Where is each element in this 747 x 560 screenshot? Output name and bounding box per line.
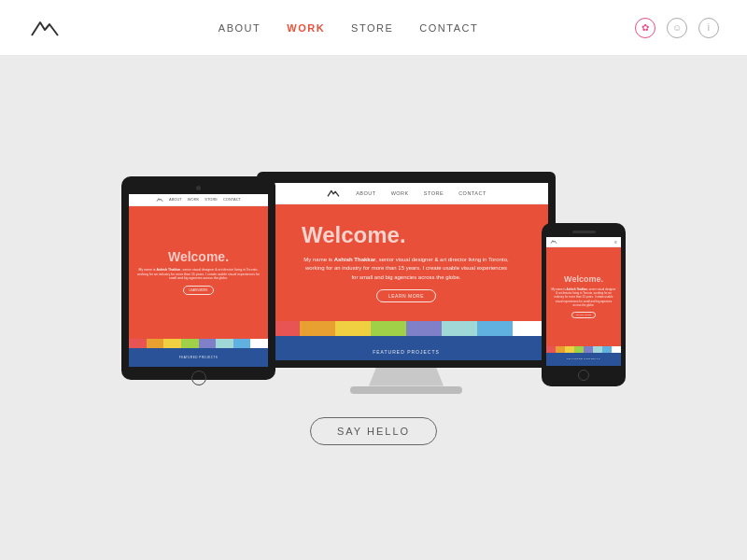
logo[interactable] (28, 15, 62, 41)
monitor-learn-more[interactable]: LEARN MORE (376, 289, 436, 302)
tablet-color-bars (129, 339, 268, 348)
monitor-screen-logo (326, 188, 341, 199)
phone-footer-label: FEATURED PROJECTS (567, 357, 600, 360)
say-hello-button[interactable]: SAY HELLO (310, 417, 437, 445)
monitor-device: ABOUT WORK STORE CONTACT Welcome. My nam… (257, 172, 556, 394)
tablet-screen-nav: ABOUTWORKSTORECONTACT (129, 194, 268, 206)
phone-body: ≡ Welcome. My name is Ashish Thakkar, se… (542, 223, 626, 386)
tablet-learn-more[interactable]: LEARN MORE (183, 286, 215, 295)
phone-screen-logo (550, 239, 557, 245)
dribbble-icon[interactable]: ✿ (635, 18, 655, 38)
monitor-base (350, 386, 462, 394)
monitor-body: ABOUT WORK STORE CONTACT Welcome. My nam… (257, 172, 556, 368)
phone-speaker (572, 231, 596, 233)
monitor-screen-nav: ABOUT WORK STORE CONTACT (264, 183, 548, 204)
phone-screen-footer: FEATURED PROJECTS (546, 353, 621, 366)
main-content: ABOUTWORKSTORECONTACT Welcome. My name i… (0, 56, 747, 560)
tablet-camera (196, 186, 201, 190)
nav-work[interactable]: WORK (287, 22, 325, 34)
tablet-screen: ABOUTWORKSTORECONTACT Welcome. My name i… (129, 194, 268, 367)
phone-learn-more[interactable]: LEARN MORE (571, 312, 597, 318)
nav-about[interactable]: ABOUT (218, 22, 261, 34)
nav-store[interactable]: STORE (351, 22, 393, 34)
devices-showcase: ABOUTWORKSTORECONTACT Welcome. My name i… (121, 172, 626, 394)
phone-screen-hero: Welcome. My name is Ashish Thakkar, seni… (546, 247, 621, 346)
header: ABOUT WORK STORE CONTACT ✿ ☺ i (0, 0, 747, 56)
nav-contact[interactable]: CONTACT (419, 22, 478, 34)
info-icon[interactable]: i (698, 18, 719, 38)
tablet-screen-hero: Welcome. My name is Ashish Thakkar, seni… (129, 206, 268, 339)
tablet-footer-label: FEATURED PROJECTS (179, 356, 218, 359)
phone-device: ≡ Welcome. My name is Ashish Thakkar, se… (542, 223, 626, 386)
tablet-hero-text: My name is Ashish Thakkar, senior visual… (136, 268, 261, 282)
monitor-color-bars (264, 321, 548, 336)
monitor-screen-footer: FEATURED PROJECTS (264, 336, 548, 360)
social-icons: ✿ ☺ i (635, 18, 719, 38)
monitor-stand (369, 368, 444, 386)
logo-icon (28, 15, 62, 41)
smiley-icon[interactable]: ☺ (667, 18, 687, 38)
phone-hero-text: My name is Ashish Thakkar, senior visual… (551, 287, 616, 307)
monitor-hero-text: My name is Ashish Thakkar, senior visual… (302, 256, 511, 283)
tablet-hero-title: Welcome. (168, 249, 229, 264)
monitor-hero-title: Welcome. (302, 222, 406, 248)
tablet-screen-footer: FEATURED PROJECTS (129, 348, 268, 367)
say-hello-area: SAY HELLO (310, 417, 437, 445)
phone-screen-nav: ≡ (546, 237, 621, 247)
tablet-screen-logo (156, 197, 163, 203)
phone-screen: ≡ Welcome. My name is Ashish Thakkar, se… (546, 237, 621, 366)
monitor-screen: ABOUT WORK STORE CONTACT Welcome. My nam… (264, 183, 548, 360)
main-nav: ABOUT WORK STORE CONTACT (218, 22, 478, 34)
tablet-home-button[interactable] (191, 371, 206, 385)
monitor-footer-label: FEATURED PROJECTS (373, 349, 440, 355)
tablet-device: ABOUTWORKSTORECONTACT Welcome. My name i… (121, 176, 275, 380)
phone-color-bars (546, 346, 621, 353)
phone-hero-title: Welcome. (564, 274, 603, 284)
monitor-hero: Welcome. My name is Ashish Thakkar, seni… (264, 204, 548, 321)
phone-home-button[interactable] (578, 370, 589, 381)
